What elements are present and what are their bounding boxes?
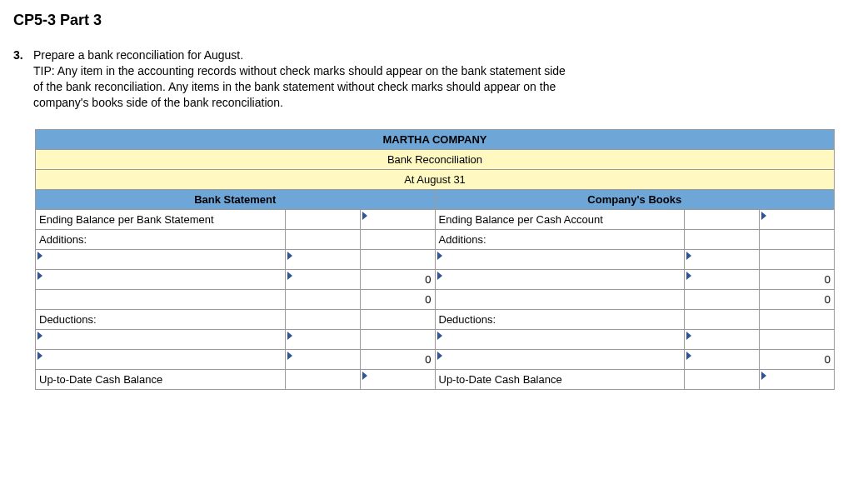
cell[interactable] xyxy=(360,309,435,329)
bank-additions-label: Additions: xyxy=(36,229,286,249)
cell[interactable] xyxy=(685,229,760,249)
tip-line-3: company's books side of the bank reconci… xyxy=(33,96,283,109)
cell[interactable] xyxy=(285,369,360,389)
bank-add-desc-2[interactable] xyxy=(36,269,286,289)
book-ded-amt1-2[interactable] xyxy=(685,349,760,369)
cell[interactable] xyxy=(760,309,835,329)
caret-icon xyxy=(287,352,292,360)
caret-icon xyxy=(686,332,691,340)
caret-icon xyxy=(362,212,367,220)
cell[interactable] xyxy=(685,289,760,309)
header-date: At August 31 xyxy=(36,169,835,189)
book-uptodate-amt[interactable] xyxy=(760,369,835,389)
header-company: MARTHA COMPANY xyxy=(36,129,835,149)
book-uptodate-label: Up-to-Date Cash Balance xyxy=(435,369,685,389)
bank-ded-amt1-2[interactable] xyxy=(285,349,360,369)
book-deductions-label: Deductions: xyxy=(435,309,685,329)
bank-ending-amt2[interactable] xyxy=(360,209,435,229)
caret-icon xyxy=(287,252,292,260)
col-header-books: Company's Books xyxy=(435,189,835,209)
caret-icon xyxy=(437,252,442,260)
book-add-amt1-2[interactable] xyxy=(685,269,760,289)
book-add-total[interactable]: 0 xyxy=(760,269,835,289)
caret-icon xyxy=(287,332,292,340)
book-ded-desc-1[interactable] xyxy=(435,329,685,349)
cell[interactable] xyxy=(760,229,835,249)
book-ending-amt2[interactable] xyxy=(760,209,835,229)
caret-icon xyxy=(761,372,766,380)
cell[interactable] xyxy=(360,249,435,269)
bank-reconciliation-table: MARTHA COMPANY Bank Reconciliation At Au… xyxy=(35,129,835,390)
col-header-bank: Bank Statement xyxy=(36,189,436,209)
caret-icon xyxy=(37,252,42,260)
cell[interactable] xyxy=(285,229,360,249)
book-ded-amt1-1[interactable] xyxy=(685,329,760,349)
bank-uptodate-amt[interactable] xyxy=(360,369,435,389)
bank-ded-amt1-1[interactable] xyxy=(285,329,360,349)
cell[interactable] xyxy=(685,369,760,389)
cell[interactable] xyxy=(685,309,760,329)
caret-icon xyxy=(761,212,766,220)
question-text: Prepare a bank reconciliation for August… xyxy=(33,48,243,62)
caret-icon xyxy=(362,372,367,380)
bank-ded-desc-1[interactable] xyxy=(36,329,286,349)
caret-icon xyxy=(437,352,442,360)
bank-ending-amt1[interactable] xyxy=(285,209,360,229)
question-prompt: 3. Prepare a bank reconciliation for Aug… xyxy=(13,47,840,111)
book-add-desc-2[interactable] xyxy=(435,269,685,289)
bank-ded-desc-2[interactable] xyxy=(36,349,286,369)
cell[interactable] xyxy=(435,289,685,309)
cell[interactable] xyxy=(760,249,835,269)
bank-ending-label: Ending Balance per Bank Statement xyxy=(36,209,286,229)
caret-icon xyxy=(686,252,691,260)
bank-subtotal[interactable]: 0 xyxy=(360,289,435,309)
caret-icon xyxy=(686,352,691,360)
caret-icon xyxy=(37,272,42,280)
book-ending-label: Ending Balance per Cash Account xyxy=(435,209,685,229)
cell[interactable] xyxy=(36,289,286,309)
book-ded-desc-2[interactable] xyxy=(435,349,685,369)
tip-line-1: TIP: Any item in the accounting records … xyxy=(33,64,566,77)
question-number: 3. xyxy=(13,47,23,63)
header-subtitle: Bank Reconciliation xyxy=(36,149,835,169)
bank-add-amt1-2[interactable] xyxy=(285,269,360,289)
cell[interactable] xyxy=(360,229,435,249)
cell[interactable] xyxy=(360,329,435,349)
bank-add-total[interactable]: 0 xyxy=(360,269,435,289)
bank-add-desc-1[interactable] xyxy=(36,249,286,269)
caret-icon xyxy=(287,272,292,280)
book-ending-amt1[interactable] xyxy=(685,209,760,229)
bank-ded-total[interactable]: 0 xyxy=(360,349,435,369)
cell[interactable] xyxy=(285,309,360,329)
tip-line-2: of the bank reconciliation. Any items in… xyxy=(33,80,556,93)
caret-icon xyxy=(37,332,42,340)
book-subtotal[interactable]: 0 xyxy=(760,289,835,309)
cell[interactable] xyxy=(285,289,360,309)
bank-deductions-label: Deductions: xyxy=(36,309,286,329)
caret-icon xyxy=(686,272,691,280)
caret-icon xyxy=(437,272,442,280)
cell[interactable] xyxy=(760,329,835,349)
caret-icon xyxy=(37,352,42,360)
page-title: CP5-3 Part 3 xyxy=(13,12,840,29)
book-additions-label: Additions: xyxy=(435,229,685,249)
book-ded-total[interactable]: 0 xyxy=(760,349,835,369)
caret-icon xyxy=(437,332,442,340)
book-add-amt1-1[interactable] xyxy=(685,249,760,269)
bank-add-amt1-1[interactable] xyxy=(285,249,360,269)
bank-uptodate-label: Up-to-Date Cash Balance xyxy=(36,369,286,389)
book-add-desc-1[interactable] xyxy=(435,249,685,269)
